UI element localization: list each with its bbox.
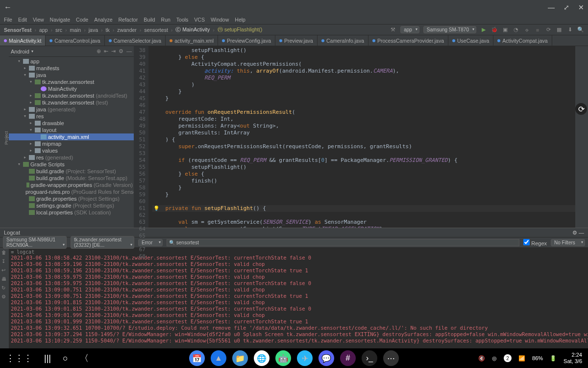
calendar-app-icon[interactable]: 📅: [189, 350, 205, 366]
breadcrumb-project[interactable]: SensorTest: [4, 27, 31, 33]
tree-node[interactable]: ▾app: [9, 58, 134, 65]
clock[interactable]: 2:24 Sat, 3/6: [564, 352, 582, 365]
tab-MainActivity.kt[interactable]: MainActivity.kt: [0, 35, 46, 46]
menu-build[interactable]: Build: [144, 17, 155, 23]
close-icon[interactable]: ✕: [578, 3, 584, 11]
error-strip[interactable]: [575, 46, 581, 228]
menu-file[interactable]: File: [4, 17, 12, 23]
right-tool-strip[interactable]: [581, 46, 588, 228]
menu-view[interactable]: View: [33, 17, 44, 23]
tab-CameraInfo.java[interactable]: CameraInfo.java: [318, 35, 368, 46]
android-app-icon[interactable]: 🤖: [275, 350, 291, 366]
menu-window[interactable]: Window: [211, 17, 229, 23]
device-dropdown[interactable]: Samsung SM-T870: [423, 26, 476, 33]
search-icon[interactable]: 🔍: [577, 26, 584, 33]
home-icon[interactable]: ○: [63, 353, 68, 364]
logcat-title[interactable]: Logcat: [4, 230, 20, 236]
code-content[interactable]: setupFlashlight() } else { ActivityCompa…: [148, 46, 575, 228]
menu-code[interactable]: Code: [76, 17, 88, 23]
menu-navigate[interactable]: Navigate: [50, 17, 70, 23]
tree-node[interactable]: ▾java: [9, 72, 134, 79]
recents-icon[interactable]: |||: [44, 353, 51, 364]
tab-Preview.java[interactable]: Preview.java: [275, 35, 318, 46]
tree-node[interactable]: build.gradle (Module: SensorTest.app): [9, 175, 134, 182]
regex-checkbox[interactable]: Regex: [523, 239, 547, 246]
files-app-icon[interactable]: 📁: [232, 350, 248, 366]
profile-icon[interactable]: ◔: [513, 26, 519, 33]
coverage-icon[interactable]: ▣: [502, 26, 509, 33]
sync-icon[interactable]: ⟳: [545, 26, 552, 33]
terminal-app-icon[interactable]: ›_: [362, 350, 377, 366]
debug-icon[interactable]: 🐞: [491, 26, 498, 33]
logcat-search-input[interactable]: 🔍 sensortest: [167, 239, 519, 246]
tree-node[interactable]: ▾Gradle Scripts: [9, 161, 134, 168]
more-apps-icon[interactable]: ⋯: [383, 350, 399, 366]
tree-node[interactable]: gradle-wrapper.properties (Gradle Versio…: [9, 182, 134, 188]
tree-node[interactable]: ▸tk.zwander.sensortest (androidTest): [9, 92, 134, 99]
breadcrumb-part[interactable]: java: [89, 27, 98, 33]
restore-icon[interactable]: ⤢: [564, 3, 569, 11]
panel-title[interactable]: Android: [11, 49, 29, 54]
logcat-process-dropdown[interactable]: tk.zwander.sensortest (23232) [DE...: [71, 236, 134, 249]
tree-node[interactable]: ▸manifests: [9, 65, 134, 72]
stop-icon[interactable]: ■: [534, 26, 541, 33]
breadcrumb-method[interactable]: ⓜ setupFlashlight(): [218, 26, 263, 33]
menu-vcs[interactable]: VCS: [194, 17, 205, 23]
tab-PreviewConfig.java[interactable]: PreviewConfig.java: [218, 35, 275, 46]
back-nav-icon[interactable]: 〈: [80, 352, 89, 364]
breadcrumb-part[interactable]: src: [55, 27, 62, 33]
tree-node[interactable]: local.properties (SDK Location): [9, 209, 134, 216]
menu-tools[interactable]: Tools: [176, 17, 189, 23]
code-editor[interactable]: 3839404142434445464748495051525354555657…: [134, 46, 581, 228]
tree-node[interactable]: ▸java (generated): [9, 106, 134, 113]
log-output[interactable]: ≡ logcat2021-03-06 13:08:58.422 23100-23…: [9, 248, 588, 349]
breadcrumb-part[interactable]: app: [39, 27, 48, 33]
tab-activity_main.xml[interactable]: activity_main.xml: [166, 35, 218, 46]
tab-ActivityCompat.java[interactable]: ActivityCompat.java: [493, 35, 552, 46]
tab-UseCase.java[interactable]: UseCase.java: [448, 35, 493, 46]
breadcrumb-part[interactable]: main: [70, 27, 81, 33]
print-icon[interactable]: 🖶: [1, 276, 7, 282]
project-tool-label[interactable]: Project: [4, 131, 9, 145]
discord-app-icon[interactable]: 💬: [318, 350, 334, 366]
left-tool-strip[interactable]: Project Resource Manager: [0, 46, 9, 228]
cast-icon[interactable]: ◎: [492, 355, 497, 362]
menu-refactor[interactable]: Refactor: [119, 17, 138, 23]
slack-app-icon[interactable]: #: [340, 350, 356, 366]
tab-CameraControl.java[interactable]: CameraControl.java: [46, 35, 104, 46]
run-icon[interactable]: ▶: [480, 26, 487, 33]
back-arrow-icon[interactable]: ←: [4, 3, 12, 12]
logcat-filter-dropdown[interactable]: No Filters: [551, 239, 585, 246]
restart-icon[interactable]: ↻: [1, 285, 7, 291]
scroll-end-icon[interactable]: ↧: [1, 259, 7, 264]
tree-node[interactable]: ▸res (generated): [9, 154, 134, 161]
tree-node[interactable]: gradle.properties (Project Settings): [9, 195, 134, 202]
minimize-icon[interactable]: —: [548, 3, 555, 11]
collapse-icon[interactable]: ⇤: [104, 48, 108, 54]
tab-CameraSelector.java[interactable]: CameraSelector.java: [105, 35, 166, 46]
gear-icon[interactable]: ⚙: [119, 48, 123, 54]
avd-icon[interactable]: ▦: [556, 26, 563, 33]
target-icon[interactable]: ⊕: [97, 48, 101, 54]
sdk-icon[interactable]: ⬇: [566, 26, 573, 33]
tree-node[interactable]: proguard-rules.pro (ProGuard Rules for S…: [9, 188, 134, 195]
hide-icon[interactable]: —: [126, 48, 132, 54]
project-tree[interactable]: ▾app▸manifests▾java▾tk.zwander.sensortes…: [9, 57, 134, 228]
logcat-device-dropdown[interactable]: Samsung SM-N986U1 R5CN90A...: [3, 236, 67, 249]
logcat-gear-icon[interactable]: ⚙: [572, 230, 577, 236]
tree-node[interactable]: ▸tk.zwander.sensortest (test): [9, 99, 134, 106]
tree-node[interactable]: ▾tk.zwander.sensortest: [9, 79, 134, 85]
tree-node[interactable]: ▾layout: [9, 127, 134, 133]
logcat-hide-icon[interactable]: —: [579, 230, 584, 236]
auto-app-icon[interactable]: ▲: [211, 350, 226, 366]
breadcrumb-class[interactable]: ⓒ MainActivity: [175, 26, 210, 33]
refresh-overlay-icon[interactable]: ⟳: [575, 103, 587, 115]
settings2-icon[interactable]: ⚙: [1, 294, 7, 300]
menu-help[interactable]: Help: [235, 17, 245, 23]
tree-node[interactable]: activity_main.xml: [9, 133, 134, 140]
menu-run[interactable]: Run: [161, 17, 171, 23]
menu-edit[interactable]: Edit: [18, 17, 27, 23]
tree-node[interactable]: ▾res: [9, 113, 134, 120]
menu-analyze[interactable]: Analyze: [94, 17, 112, 23]
logcat-level-dropdown[interactable]: Error: [138, 239, 163, 246]
